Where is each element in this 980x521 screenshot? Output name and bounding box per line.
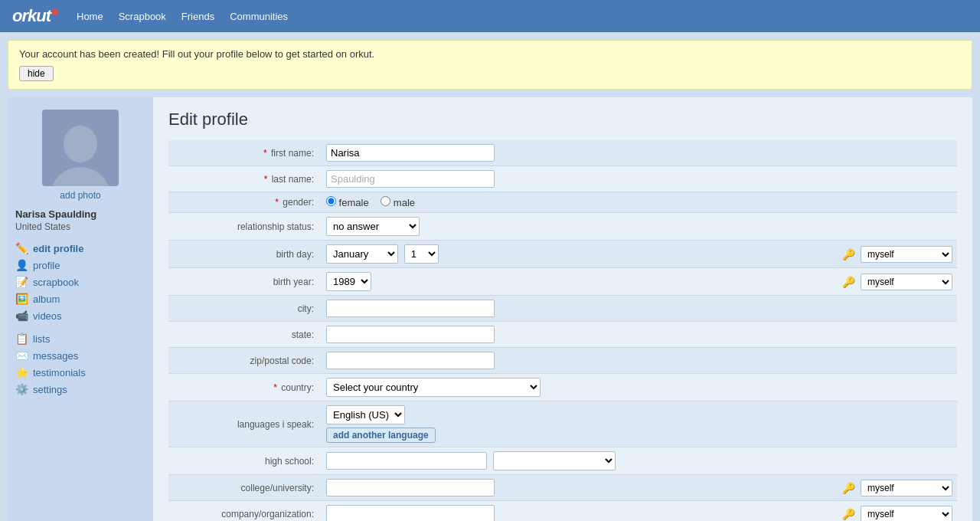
gender-cell: female male (322, 192, 819, 213)
sidebar-item-profile[interactable]: 👤 profile (15, 257, 145, 274)
first-name-input[interactable] (326, 144, 495, 162)
birth-day-privacy-wrapper: 🔑 myselffriendseveryone (824, 246, 952, 263)
gender-female-radio[interactable] (326, 196, 336, 206)
state-label: state: (168, 322, 322, 348)
privacy-key-icon: 🔑 (842, 248, 855, 260)
zip-privacy (819, 348, 957, 374)
table-row: high school: 2000200120022003 2004200520… (168, 447, 957, 475)
high-school-year-select[interactable]: 2000200120022003 2004200520062007 (493, 451, 616, 470)
college-privacy-wrapper: 🔑 myselffriendseveryone (824, 480, 952, 496)
zip-label: zip/postal code: (168, 348, 322, 374)
user-location: United States (15, 221, 145, 232)
gender-male-radio[interactable] (381, 196, 390, 206)
first-name-cell (322, 140, 819, 166)
country-privacy (819, 374, 957, 401)
last-name-privacy (819, 166, 957, 192)
rel-status-label: relationship status: (168, 213, 322, 241)
sidebar: add photo Narisa Spaulding United States… (8, 97, 153, 521)
required-star: * (273, 382, 277, 393)
relationship-status-select[interactable]: no answer single in a relationship marri… (326, 217, 420, 236)
gender-male-label[interactable]: male (381, 197, 415, 208)
college-input[interactable] (326, 479, 495, 496)
logo-dot (52, 9, 58, 15)
sidebar-item-edit-profile[interactable]: ✏️ edit profile (15, 240, 145, 257)
sidebar-item-testimonials[interactable]: ⭐ testimonials (15, 364, 145, 381)
birth-year-select[interactable]: 1989198819901985 (326, 272, 371, 291)
logo-area: orkut (12, 6, 58, 26)
header: orkut Home Scrapbook Friends Communities (0, 0, 980, 32)
country-label: * country: (168, 374, 322, 401)
state-cell (322, 322, 819, 348)
birth-year-cell: 1989198819901985 (322, 268, 819, 296)
high-school-label: high school: (168, 447, 322, 475)
table-row: city: (168, 296, 957, 322)
birth-year-privacy-select[interactable]: myselffriendseveryone (861, 274, 952, 290)
last-name-input[interactable] (326, 170, 495, 188)
college-cell (322, 475, 819, 501)
company-input[interactable] (326, 505, 495, 521)
sidebar-item-lists[interactable]: 📋 lists (15, 330, 145, 347)
birth-year-label: birth year: (168, 268, 322, 296)
zip-input[interactable] (326, 352, 495, 369)
language-select[interactable]: English (US) Portuguese Spanish French (326, 405, 405, 424)
album-icon: 🖼️ (15, 293, 28, 305)
add-photo-link[interactable]: add photo (60, 190, 100, 201)
notification-bar: Your account has been created! Fill out … (8, 40, 972, 90)
user-name: Narisa Spaulding (15, 208, 145, 220)
college-label: college/university: (168, 475, 322, 501)
high-school-cell: 2000200120022003 2004200520062007 (322, 447, 819, 475)
nav-communities[interactable]: Communities (230, 11, 288, 22)
last-name-label: * last name: (168, 166, 322, 192)
sidebar-item-settings[interactable]: ⚙️ settings (15, 381, 145, 398)
table-row: birth year: 1989198819901985 🔑 myselffri… (168, 268, 957, 296)
state-input[interactable] (326, 326, 495, 343)
sidebar-item-album[interactable]: 🖼️ album (15, 290, 145, 307)
table-row: company/organization: 🔑 myselffriendseve… (168, 501, 957, 522)
country-select[interactable]: Select your country United States Brazil… (326, 378, 541, 397)
college-privacy-select[interactable]: myselffriendseveryone (861, 480, 952, 496)
lists-icon: 📋 (15, 333, 28, 345)
birth-day-label: birth day: (168, 241, 322, 268)
videos-icon: 📹 (15, 310, 28, 322)
birth-day-cell: JanuaryFebruaryMarch AprilMayJune JulyAu… (322, 241, 819, 268)
first-name-label: * first name: (168, 140, 322, 166)
birth-day-select[interactable]: 1234 5678 910 (404, 244, 439, 264)
gender-female-label[interactable]: female (326, 197, 371, 208)
edit-profile-icon: ✏️ (15, 242, 28, 254)
high-school-input[interactable] (326, 452, 487, 470)
nav-scrapbook[interactable]: Scrapbook (119, 11, 166, 22)
languages-privacy (819, 401, 957, 447)
table-row: languages i speak: English (US) Portugue… (168, 401, 957, 447)
nav-home[interactable]: Home (77, 11, 103, 22)
required-star: * (264, 174, 268, 185)
svg-point-0 (64, 126, 97, 162)
city-cell (322, 296, 819, 322)
birth-month-select[interactable]: JanuaryFebruaryMarch AprilMayJune JulyAu… (326, 244, 398, 264)
notification-text: Your account has been created! Fill out … (19, 48, 961, 60)
nav-friends[interactable]: Friends (181, 11, 214, 22)
city-input[interactable] (326, 300, 495, 317)
sidebar-item-messages[interactable]: ✉️ messages (15, 347, 145, 364)
required-star: * (275, 197, 279, 208)
testimonials-icon: ⭐ (15, 366, 28, 378)
sidebar-item-videos[interactable]: 📹 videos (15, 307, 145, 324)
high-school-privacy (819, 447, 957, 475)
table-row: zip/postal code: (168, 348, 957, 374)
company-cell (322, 501, 819, 522)
avatar-area: add photo (15, 110, 145, 201)
hide-button[interactable]: hide (19, 66, 54, 81)
table-row: state: (168, 322, 957, 348)
zip-cell (322, 348, 819, 374)
content-area: Edit profile * first name: * last name: (153, 97, 972, 521)
settings-icon: ⚙️ (15, 383, 28, 395)
country-cell: Select your country United States Brazil… (322, 374, 819, 401)
birth-day-privacy-select[interactable]: myselffriendseveryone (861, 246, 952, 263)
company-privacy: 🔑 myselffriendseveryone (819, 501, 957, 522)
table-row: * country: Select your country United St… (168, 374, 957, 401)
college-privacy: 🔑 myselffriendseveryone (819, 475, 957, 501)
gender-privacy (819, 192, 957, 213)
company-privacy-select[interactable]: myselffriendseveryone (861, 506, 952, 522)
sidebar-item-scrapbook[interactable]: 📝 scrapbook (15, 274, 145, 290)
add-language-button[interactable]: add another language (326, 428, 436, 443)
main-nav: Home Scrapbook Friends Communities (77, 11, 288, 22)
